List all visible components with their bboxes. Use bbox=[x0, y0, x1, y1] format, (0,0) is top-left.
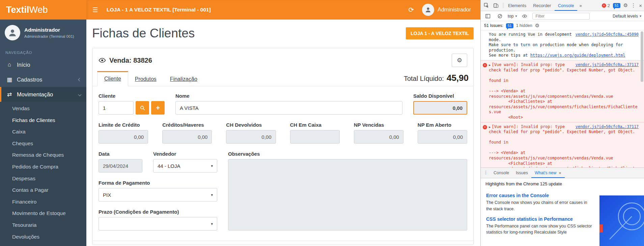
sidebar-item-label: Início bbox=[17, 62, 30, 68]
issues-settings-gear-icon[interactable]: ⚙ bbox=[535, 23, 539, 29]
clear-console-icon[interactable] bbox=[496, 12, 504, 21]
console-scrollbar[interactable] bbox=[641, 31, 643, 82]
sidebar-subitem-despesas[interactable]: Despesas bbox=[0, 173, 86, 185]
forma-pagamento-select[interactable]: PIX ▾ bbox=[99, 188, 217, 202]
cliente-label: Cliente bbox=[99, 93, 165, 99]
user-menu[interactable]: Administrador bbox=[422, 4, 471, 16]
tab-produtos[interactable]: Produtos bbox=[128, 72, 163, 86]
vendedor-label: Vendedor bbox=[153, 151, 217, 157]
live-expression-eye-icon[interactable] bbox=[520, 12, 529, 21]
saldo-input[interactable] bbox=[413, 101, 467, 115]
np-aberto-label: NP Em Aberto bbox=[418, 122, 467, 128]
drawer-tab-issues[interactable]: Issues bbox=[512, 168, 531, 178]
whats-new-link-css-selector-stats[interactable]: CSS selector statistics in Performance bbox=[486, 216, 593, 222]
card-header: Venda: 83826 ⚙ bbox=[92, 48, 473, 70]
sidebar-item-inicio[interactable]: ⌂ Início bbox=[0, 57, 86, 72]
devtools-tab-recorder[interactable]: Recorder bbox=[530, 0, 554, 11]
issues-bar: 51 Issues: 51 1 hidden ⚙ bbox=[481, 21, 644, 30]
sidebar-subitem-vendas[interactable]: Vendas bbox=[0, 103, 86, 115]
deployment-guide-link[interactable]: https://vuejs.org/guide/deployment.html bbox=[530, 53, 625, 58]
sidebar-subitem-tesouraria[interactable]: Tesouraria bbox=[0, 219, 86, 231]
drawer-kebab-icon[interactable]: ⋮ bbox=[481, 168, 490, 177]
sidebar-subitem-pedidos-de-compra[interactable]: Pedidos de Compra bbox=[0, 161, 86, 173]
store-button[interactable]: LOJA 1 - A VELOZ TEXTIL bbox=[406, 27, 474, 39]
sidebar-section-label: NAVEGAÇÃO bbox=[0, 46, 86, 57]
sidebar-item-cadastros[interactable]: ▦ Cadastros bbox=[0, 72, 86, 87]
np-aberto-input[interactable] bbox=[418, 130, 467, 144]
sidebar-toggle-button[interactable]: ☰ bbox=[86, 0, 104, 20]
sidebar-subitem-contas-a-pagar[interactable]: Contas a Pagar bbox=[0, 184, 86, 196]
sidebar-subitem-depositos-clientes[interactable]: Depósitos Clientes bbox=[0, 243, 86, 246]
console-source-link[interactable]: vendor.js?id=50cfc0a…:37117 bbox=[576, 62, 639, 67]
card-settings-button[interactable]: ⚙ bbox=[452, 54, 467, 67]
logo-text-light: Web bbox=[29, 5, 48, 15]
console-error-message[interactable]: × vendor.js?id=50cfc0a…:37117 ▶[Vue warn… bbox=[481, 122, 644, 168]
creditos-input[interactable] bbox=[162, 130, 212, 144]
console-source-link[interactable]: vendor.js?id=50cfc0a…:45090 bbox=[576, 32, 639, 37]
console-info-message[interactable]: vendor.js?id=50cfc0a…:45090 You are runn… bbox=[481, 30, 644, 60]
screen: TextilWeb ☰ LOJA - 1 A VELOZ TEXTIL [Ter… bbox=[0, 0, 644, 246]
np-vencidas-input[interactable] bbox=[354, 130, 403, 144]
cliente-input[interactable] bbox=[99, 101, 134, 115]
chevron-down-icon: ▾ bbox=[515, 14, 517, 18]
sidebar-subitem-financeiro[interactable]: Financeiro bbox=[0, 196, 86, 208]
limite-input[interactable] bbox=[99, 130, 148, 144]
drawer-tab-console[interactable]: Console bbox=[490, 168, 512, 178]
issues-bubble-badge[interactable]: 51 bbox=[506, 23, 513, 28]
prazo-select[interactable]: ▾ bbox=[99, 217, 217, 230]
log-levels-selector[interactable]: Default levels ▾ bbox=[613, 14, 641, 19]
issues-count-badge[interactable]: 51 bbox=[613, 3, 620, 8]
nome-input[interactable] bbox=[175, 101, 402, 115]
drawer-tabbar: ⋮ Console Issues What's new × bbox=[481, 168, 644, 178]
hidden-messages-link[interactable]: 1 hidden bbox=[516, 23, 532, 28]
error-count-badge[interactable]: × 2 bbox=[602, 3, 610, 8]
console-source-link[interactable]: vendor.js?id=50cfc0a…:37117 bbox=[576, 124, 639, 129]
sidebar-user-name: Administrador bbox=[24, 27, 74, 33]
user-avatar bbox=[422, 4, 434, 16]
search-client-button[interactable] bbox=[136, 101, 149, 115]
expand-arrow-icon[interactable]: ▶ bbox=[489, 125, 491, 129]
app-logo[interactable]: TextilWeb bbox=[0, 0, 86, 20]
sidebar-subitem-remessa-de-cheques[interactable]: Remessa de Cheques bbox=[0, 149, 86, 161]
sidebar-item-movimentacao[interactable]: ⇄ Movimentação bbox=[0, 87, 86, 102]
add-client-button[interactable]: + bbox=[151, 101, 165, 115]
sidebar-subitem-caixa[interactable]: Caixa bbox=[0, 126, 86, 138]
venda-card: Venda: 83826 ⚙ Cliente Produtos Finaliza… bbox=[92, 48, 474, 245]
sidebar-subitem-cheques[interactable]: Cheques bbox=[0, 138, 86, 150]
drawer-tab-whats-new[interactable]: What's new × bbox=[531, 168, 565, 178]
page-title: Fichas de Clientes bbox=[92, 26, 195, 40]
whats-new-link-error-causes[interactable]: Error causes in the Console bbox=[486, 193, 593, 198]
sidebar-subitem-devolucoes[interactable]: Devoluções bbox=[0, 231, 86, 243]
sidebar-item-label: Cadastros bbox=[17, 76, 42, 83]
tab-cliente[interactable]: Cliente bbox=[97, 71, 128, 86]
vendedor-select[interactable]: 44 - LOJA ▾ bbox=[153, 159, 217, 173]
sidebar-avatar bbox=[5, 25, 20, 40]
whats-new-body: The Performance panel can now show you C… bbox=[486, 223, 593, 236]
close-devtools-icon[interactable]: × bbox=[639, 3, 642, 8]
expand-arrow-icon[interactable]: ▶ bbox=[489, 63, 491, 67]
context-selector[interactable]: top ▾ bbox=[508, 14, 517, 19]
ch-devolvidos-input[interactable] bbox=[226, 130, 276, 144]
textilweb-app: TextilWeb ☰ LOJA - 1 A VELOZ TEXTIL [Ter… bbox=[0, 0, 480, 246]
more-tabs-icon[interactable]: » bbox=[577, 0, 584, 11]
ch-devolvidos-label: CH Devolvidos bbox=[226, 122, 276, 128]
ch-caixa-input[interactable] bbox=[290, 130, 340, 144]
devtools-tab-console[interactable]: Console bbox=[555, 0, 578, 11]
device-toolbar-icon[interactable] bbox=[492, 1, 500, 10]
console-sidebar-toggle-icon[interactable] bbox=[483, 12, 492, 21]
devtools-tab-elements[interactable]: Elements bbox=[505, 0, 530, 11]
refresh-icon[interactable]: ⟳ bbox=[409, 6, 414, 14]
sidebar-subitem-fichas-de-clientes[interactable]: Fichas de Clientes bbox=[0, 115, 86, 126]
prazo-label: Prazo (Condições de Pagamento) bbox=[99, 209, 217, 215]
person-icon bbox=[8, 28, 17, 37]
observacoes-textarea[interactable] bbox=[228, 159, 467, 230]
tab-finalizacao[interactable]: Finalização bbox=[163, 72, 204, 86]
inspect-element-icon[interactable] bbox=[482, 1, 491, 10]
settings-gear-icon[interactable]: ⚙ bbox=[623, 2, 628, 8]
sidebar-subitem-movimento-de-estoque[interactable]: Movimento de Estoque bbox=[0, 208, 86, 219]
data-input[interactable] bbox=[99, 159, 142, 173]
kebab-menu-icon[interactable]: ⋮ bbox=[631, 2, 636, 8]
console-error-message[interactable]: × vendor.js?id=50cfc0a…:37117 ▶[Vue warn… bbox=[481, 60, 644, 122]
close-tab-icon[interactable]: × bbox=[559, 171, 561, 176]
console-filter-input[interactable] bbox=[532, 13, 590, 20]
